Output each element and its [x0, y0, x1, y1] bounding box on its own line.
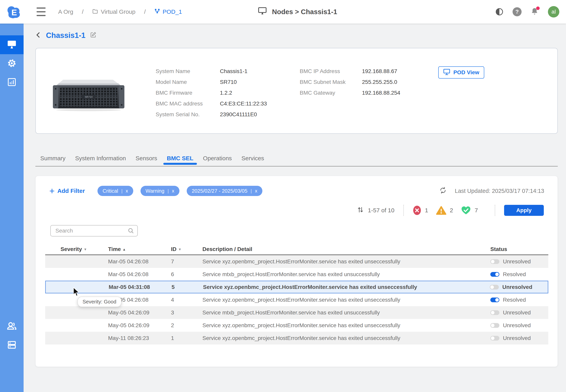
info-value: Chassis1-1 [220, 68, 247, 74]
search-input[interactable] [50, 225, 138, 237]
filter-row: + Add Filter Critical|x Warning|x 2025/0… [49, 186, 270, 196]
critical-count[interactable]: 1 [413, 205, 428, 215]
column-header-severity[interactable]: Severity▾ [45, 246, 108, 252]
column-header-status: Status [487, 246, 548, 252]
search-box [50, 225, 138, 237]
status-toggle[interactable] [490, 310, 499, 315]
tab-operations[interactable]: Operations [203, 154, 232, 166]
breadcrumb-pod[interactable]: POD_1 [155, 8, 182, 15]
sort-down-icon: ▾ [179, 247, 181, 252]
monitor-icon [258, 7, 267, 17]
chip-close-icon[interactable]: x [172, 188, 174, 194]
sidebar-item-nodes[interactable] [0, 35, 24, 54]
breadcrumb-separator: / [82, 8, 84, 15]
filter-chip-critical[interactable]: Critical|x [98, 186, 133, 196]
sidebar-item-settings[interactable] [0, 54, 24, 73]
filter-chip-daterange[interactable]: 2025/02/27 - 2025/03/05|x [187, 186, 262, 196]
info-label: BMC MAC address [156, 100, 220, 107]
app-root: E A Org / Virtual Group / [0, 0, 566, 392]
info-label: BMC Subnet Mask [300, 79, 362, 85]
page-title: Chassis1-1 [46, 31, 86, 40]
info-label: BMC Firmware [156, 90, 220, 96]
apply-button[interactable]: Apply [504, 205, 544, 216]
chip-close-icon[interactable]: x [255, 188, 257, 194]
info-label: BMC Gateway [300, 90, 362, 96]
last-updated: Last Updated: 2025/03/17 07:14:13 [439, 186, 544, 196]
info-label: Model Name [156, 79, 220, 85]
sidebar-item-reports[interactable] [0, 73, 24, 92]
app-logo-cloud-icon[interactable]: E [5, 3, 22, 20]
column-header-time[interactable]: Time▴ [108, 246, 167, 252]
back-chevron-icon[interactable] [35, 31, 42, 40]
status-toggle[interactable] [490, 272, 499, 277]
pagination-range: 1-57 of 10 [368, 207, 394, 214]
avatar[interactable]: al [548, 6, 559, 17]
breadcrumb-group[interactable]: Virtual Group [92, 8, 135, 15]
help-icon[interactable]: ? [512, 7, 522, 16]
table-header-row: Severity▾ Time▴ ID▾ Description / Detail… [45, 244, 548, 255]
pod-hierarchy-icon [155, 8, 160, 15]
bar-chart-icon [7, 77, 16, 88]
add-filter-button[interactable]: + Add Filter [49, 187, 85, 195]
info-value: 2390C41111E0 [220, 111, 257, 118]
breadcrumb: A Org / Virtual Group / [58, 0, 182, 24]
tab-system-information[interactable]: System Information [75, 154, 126, 166]
divider [495, 205, 495, 216]
tab-bar: Summary System Information Sensors BMC S… [35, 154, 558, 167]
column-header-id[interactable]: ID▾ [167, 246, 203, 252]
sort-icon[interactable] [357, 206, 364, 215]
sort-down-icon: ▾ [84, 247, 86, 252]
system-info-card: SR710 System NameChassis1-1 Model NameSR… [35, 48, 558, 134]
info-value: C4:E3:CE:11:22:33 [220, 100, 267, 107]
status-toggle[interactable] [490, 297, 499, 302]
plus-icon: + [49, 187, 55, 195]
tab-services[interactable]: Services [242, 154, 264, 166]
sort-up-icon: ▴ [123, 247, 125, 252]
table-row[interactable]: May-05 04:26:09 2 Service xyz.openbmc_pr… [45, 319, 548, 332]
tab-summary[interactable]: Summary [40, 154, 65, 166]
menu-button[interactable] [37, 7, 46, 16]
table-row[interactable]: Mar-05 04:26:08 6 Service mtxb_project.H… [45, 268, 548, 281]
status-toggle[interactable] [490, 336, 499, 341]
tab-sensors[interactable]: Sensors [136, 154, 157, 166]
info-value: 1.2.2 [220, 90, 232, 96]
status-toggle[interactable] [490, 323, 499, 328]
breadcrumb-separator: / [144, 8, 146, 15]
folder-icon [92, 8, 98, 15]
mouse-cursor [73, 287, 81, 298]
refresh-icon[interactable] [439, 186, 447, 196]
page-title-row: Chassis1-1 [35, 31, 97, 40]
severity-tooltip: Severity: Good [77, 296, 121, 307]
chip-close-icon[interactable]: x [126, 188, 128, 194]
pod-view-button[interactable]: POD View [438, 66, 484, 79]
page-heading: Nodes > Chassis1-1 [258, 0, 337, 24]
sidebar-item-users[interactable] [0, 317, 24, 336]
table-row[interactable]: May-05 04:26:09 3 Service mtxb_project.H… [45, 306, 548, 319]
tab-bmc-sel[interactable]: BMC SEL [167, 154, 193, 166]
info-label: System Serial No. [156, 111, 220, 118]
filter-chip-warning[interactable]: Warning|x [141, 186, 179, 196]
notification-badge [536, 6, 540, 10]
warning-count[interactable]: 2 [436, 206, 453, 215]
server-image: SR710 [51, 77, 127, 112]
good-count[interactable]: 7 [461, 205, 478, 215]
table-row-selected[interactable]: Mar-05 04:31:08 5 Service xyz.openbmc_pr… [45, 281, 548, 294]
good-heart-icon [461, 205, 471, 215]
users-icon [7, 322, 17, 331]
main-content: Chassis1-1 [24, 24, 566, 392]
top-bar: E A Org / Virtual Group / [0, 0, 566, 24]
edit-pencil-icon[interactable] [90, 32, 97, 39]
table-row[interactable]: May-11 08:26:23 1 Service xyz.openbmc_pr… [45, 332, 548, 344]
toolbar-row: 1-57 of 10 1 2 [357, 205, 544, 216]
status-toggle[interactable] [490, 259, 499, 264]
theme-contrast-icon[interactable] [495, 7, 504, 16]
divider [403, 205, 404, 216]
gear-icon [7, 58, 17, 69]
sel-table: Severity▾ Time▴ ID▾ Description / Detail… [45, 244, 548, 344]
status-toggle[interactable] [490, 285, 499, 290]
sidebar-item-rack[interactable] [0, 336, 24, 355]
notifications-bell-icon[interactable] [530, 7, 539, 16]
sidebar [0, 24, 24, 392]
table-row[interactable]: Mar-05 04:26:08 7 Service xyz.openbmc_pr… [45, 255, 548, 268]
breadcrumb-org[interactable]: A Org [58, 8, 73, 15]
